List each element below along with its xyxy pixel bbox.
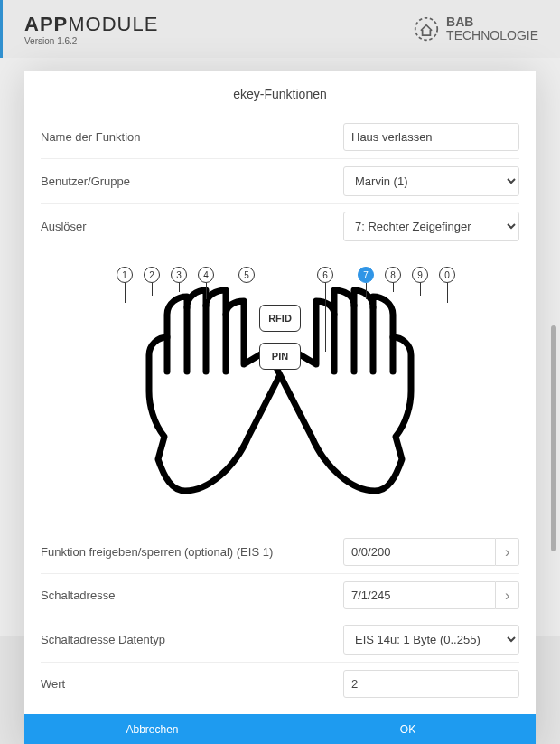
chevron-right-icon: › — [505, 544, 509, 560]
fn-release-input[interactable] — [343, 538, 496, 566]
row-trigger: Auslöser 7: Rechter Zeigefinger — [41, 204, 519, 249]
cancel-button[interactable]: Abbrechen — [24, 714, 280, 744]
finger-4[interactable]: 4 — [198, 267, 214, 283]
finger-5[interactable]: 5 — [238, 267, 255, 283]
finger-3[interactable]: 3 — [171, 267, 187, 283]
chevron-right-icon: › — [505, 588, 509, 604]
row-schalt: Schaltadresse › — [41, 574, 519, 617]
schalt-input[interactable] — [343, 581, 496, 609]
label-trigger: Auslöser — [41, 220, 343, 233]
wert-input[interactable] — [343, 670, 519, 698]
label-fn-release: Funktion freigeben/sperren (optional) (E… — [41, 545, 343, 559]
finger-1[interactable]: 1 — [117, 267, 133, 283]
schalt-dtype-select[interactable]: EIS 14u: 1 Byte (0..255) — [343, 625, 519, 655]
hands-icon — [99, 265, 461, 518]
name-input[interactable] — [343, 123, 519, 151]
ok-button[interactable]: OK — [280, 714, 536, 744]
finger-0[interactable]: 0 — [439, 267, 455, 283]
hands-diagram: 1 2 3 4 5 6 7 8 9 — [41, 249, 519, 531]
finger-6[interactable]: 6 — [317, 267, 333, 283]
finger-8[interactable]: 8 — [385, 267, 401, 283]
row-user: Benutzer/Gruppe Marvin (1) — [41, 159, 519, 204]
row-fn-release: Funktion freigeben/sperren (optional) (E… — [41, 531, 519, 574]
pin-button[interactable]: PIN — [259, 343, 301, 370]
finger-9[interactable]: 9 — [412, 267, 428, 283]
label-user: Benutzer/Gruppe — [41, 174, 343, 188]
label-schalt-dtype: Schaltadresse Datentyp — [41, 633, 343, 646]
modal: ekey-Funktionen Name der Funktion Benutz… — [24, 71, 536, 744]
user-select[interactable]: Marvin (1) — [343, 166, 519, 196]
label-name: Name der Funktion — [41, 130, 343, 144]
modal-footer: Abbrechen OK — [24, 714, 536, 744]
finger-2[interactable]: 2 — [144, 267, 160, 283]
modal-title: ekey-Funktionen — [41, 83, 519, 116]
row-schalt-dtype: Schaltadresse Datentyp EIS 14u: 1 Byte (… — [41, 617, 519, 663]
fn-release-chevron[interactable]: › — [496, 538, 519, 566]
trigger-select[interactable]: 7: Rechter Zeigefinger — [343, 212, 519, 241]
label-wert: Wert — [41, 677, 343, 691]
row-name: Name der Funktion — [41, 116, 519, 159]
row-wert: Wert — [41, 663, 519, 705]
finger-7[interactable]: 7 — [358, 267, 374, 283]
label-schalt: Schaltadresse — [41, 589, 343, 602]
rfid-button[interactable]: RFID — [259, 305, 301, 332]
modal-overlay: ekey-Funktionen Name der Funktion Benutz… — [0, 0, 560, 744]
schalt-chevron[interactable]: › — [496, 581, 519, 609]
